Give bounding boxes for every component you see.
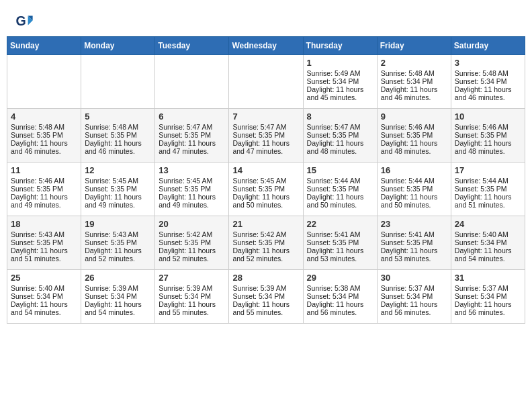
cell-content: and 56 minutes.	[455, 308, 521, 316]
day-number: 1	[307, 58, 373, 68]
day-number: 7	[232, 111, 299, 122]
weekday-header-sunday: Sunday	[7, 37, 81, 55]
day-number: 14	[232, 165, 299, 175]
calendar-cell: 16Sunrise: 5:44 AMSunset: 5:35 PMDayligh…	[377, 163, 451, 216]
cell-content: and 52 minutes.	[232, 255, 299, 263]
week-row-4: 18Sunrise: 5:43 AMSunset: 5:35 PMDayligh…	[7, 216, 525, 270]
cell-content: and 51 minutes.	[11, 255, 77, 263]
calendar-cell: 12Sunrise: 5:45 AMSunset: 5:35 PMDayligh…	[81, 163, 155, 216]
cell-content: Sunrise: 5:48 AM	[381, 69, 447, 77]
calendar-cell: 23Sunrise: 5:41 AMSunset: 5:35 PMDayligh…	[377, 216, 451, 270]
cell-content: Sunset: 5:35 PM	[232, 238, 299, 246]
day-number: 29	[307, 273, 373, 283]
day-number: 3	[455, 58, 521, 68]
cell-content: Sunset: 5:35 PM	[159, 131, 225, 139]
cell-content: Sunrise: 5:47 AM	[159, 123, 225, 131]
cell-content: and 55 minutes.	[232, 308, 299, 316]
cell-content: Daylight: 11 hours	[455, 246, 521, 255]
cell-content: Sunrise: 5:44 AM	[307, 177, 373, 185]
day-number: 17	[455, 165, 521, 175]
cell-content: Daylight: 11 hours	[381, 193, 447, 201]
cell-content: Sunset: 5:34 PM	[455, 77, 521, 85]
cell-content: Daylight: 11 hours	[455, 139, 521, 147]
cell-content: Daylight: 11 hours	[11, 139, 77, 147]
cell-content: and 50 minutes.	[381, 201, 447, 209]
cell-content: Daylight: 11 hours	[455, 300, 521, 308]
calendar-cell: 1Sunrise: 5:49 AMSunset: 5:34 PMDaylight…	[303, 55, 377, 109]
day-number: 5	[85, 111, 151, 122]
cell-content: Daylight: 11 hours	[455, 193, 521, 201]
cell-content: Sunset: 5:34 PM	[455, 238, 521, 246]
calendar-cell: 28Sunrise: 5:39 AMSunset: 5:34 PMDayligh…	[229, 270, 303, 324]
cell-content: Sunset: 5:34 PM	[307, 292, 373, 300]
calendar-cell: 5Sunrise: 5:48 AMSunset: 5:35 PMDaylight…	[81, 109, 155, 163]
cell-content: Sunrise: 5:45 AM	[232, 177, 299, 185]
day-number: 11	[11, 165, 77, 175]
cell-content: Daylight: 11 hours	[232, 193, 299, 201]
day-number: 10	[455, 111, 521, 122]
calendar-cell: 19Sunrise: 5:43 AMSunset: 5:35 PMDayligh…	[81, 216, 155, 270]
cell-content: Sunrise: 5:39 AM	[85, 284, 151, 292]
calendar-cell	[7, 55, 81, 109]
cell-content: Daylight: 11 hours	[232, 246, 299, 255]
cell-content: Sunset: 5:35 PM	[159, 185, 225, 193]
logo-icon: G	[15, 12, 34, 31]
calendar-cell: 22Sunrise: 5:41 AMSunset: 5:35 PMDayligh…	[303, 216, 377, 270]
weekday-header-row: SundayMondayTuesdayWednesdayThursdayFrid…	[7, 37, 525, 55]
day-number: 15	[307, 165, 373, 175]
cell-content: and 50 minutes.	[232, 201, 299, 209]
cell-content: Daylight: 11 hours	[381, 85, 447, 93]
calendar-cell: 24Sunrise: 5:40 AMSunset: 5:34 PMDayligh…	[451, 216, 525, 270]
cell-content: and 46 minutes.	[85, 147, 151, 155]
cell-content: Sunset: 5:34 PM	[381, 77, 447, 85]
cell-content: Daylight: 11 hours	[85, 300, 151, 308]
cell-content: and 51 minutes.	[455, 201, 521, 209]
cell-content: and 53 minutes.	[381, 255, 447, 263]
cell-content: Sunrise: 5:41 AM	[307, 230, 373, 238]
cell-content: and 56 minutes.	[381, 308, 447, 316]
weekday-header-thursday: Thursday	[303, 37, 377, 55]
day-number: 26	[85, 273, 151, 283]
day-number: 13	[159, 165, 225, 175]
day-number: 12	[85, 165, 151, 175]
weekday-header-monday: Monday	[81, 37, 155, 55]
cell-content: Sunset: 5:35 PM	[381, 185, 447, 193]
day-number: 16	[381, 165, 447, 175]
cell-content: and 45 minutes.	[307, 93, 373, 101]
calendar-cell: 8Sunrise: 5:47 AMSunset: 5:35 PMDaylight…	[303, 109, 377, 163]
cell-content: Sunset: 5:35 PM	[381, 131, 447, 139]
cell-content: and 54 minutes.	[455, 255, 521, 263]
cell-content: Sunset: 5:34 PM	[11, 292, 77, 300]
cell-content: Sunset: 5:35 PM	[307, 185, 373, 193]
calendar-cell: 3Sunrise: 5:48 AMSunset: 5:34 PMDaylight…	[451, 55, 525, 109]
week-row-1: 1Sunrise: 5:49 AMSunset: 5:34 PMDaylight…	[7, 55, 525, 109]
calendar-cell: 11Sunrise: 5:46 AMSunset: 5:35 PMDayligh…	[7, 163, 81, 216]
cell-content: Sunrise: 5:43 AM	[85, 230, 151, 238]
day-number: 24	[455, 219, 521, 229]
cell-content: and 54 minutes.	[85, 308, 151, 316]
cell-content: Sunset: 5:35 PM	[307, 131, 373, 139]
day-number: 30	[381, 273, 447, 283]
cell-content: Sunrise: 5:47 AM	[307, 123, 373, 131]
cell-content: Sunrise: 5:39 AM	[232, 284, 299, 292]
cell-content: Sunset: 5:35 PM	[232, 131, 299, 139]
cell-content: Sunrise: 5:37 AM	[455, 284, 521, 292]
day-number: 2	[381, 58, 447, 68]
week-row-3: 11Sunrise: 5:46 AMSunset: 5:35 PMDayligh…	[7, 163, 525, 216]
svg-text:G: G	[15, 13, 26, 28]
cell-content: and 47 minutes.	[232, 147, 299, 155]
cell-content: and 56 minutes.	[307, 308, 373, 316]
cell-content: Daylight: 11 hours	[159, 300, 225, 308]
cell-content: and 52 minutes.	[85, 255, 151, 263]
cell-content: Sunrise: 5:46 AM	[455, 123, 521, 131]
calendar-cell: 10Sunrise: 5:46 AMSunset: 5:35 PMDayligh…	[451, 109, 525, 163]
cell-content: Sunset: 5:34 PM	[307, 77, 373, 85]
cell-content: Sunrise: 5:48 AM	[455, 69, 521, 77]
cell-content: Sunset: 5:35 PM	[307, 238, 373, 246]
cell-content: and 53 minutes.	[307, 255, 373, 263]
day-number: 4	[11, 111, 77, 122]
cell-content: Sunrise: 5:44 AM	[455, 177, 521, 185]
day-number: 27	[159, 273, 225, 283]
cell-content: Sunset: 5:34 PM	[85, 292, 151, 300]
cell-content: Sunset: 5:35 PM	[159, 238, 225, 246]
